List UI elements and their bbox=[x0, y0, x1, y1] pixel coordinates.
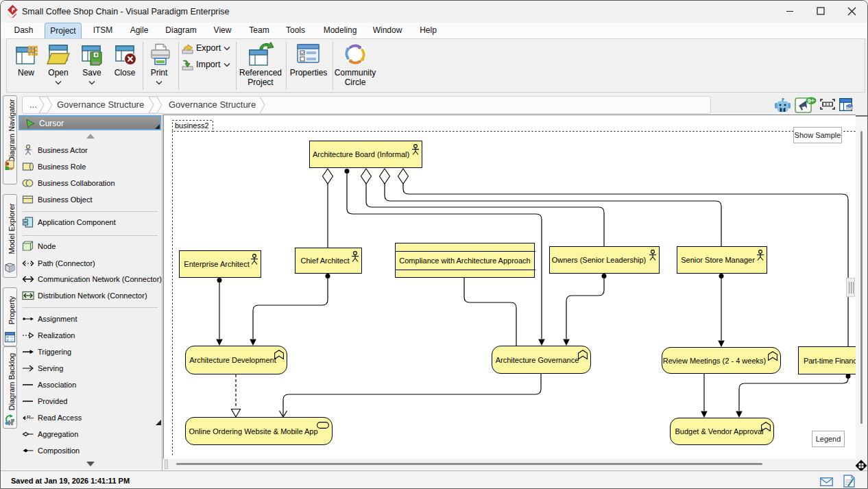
svg-text:R: R bbox=[27, 414, 31, 420]
svg-text:9+: 9+ bbox=[808, 97, 815, 104]
